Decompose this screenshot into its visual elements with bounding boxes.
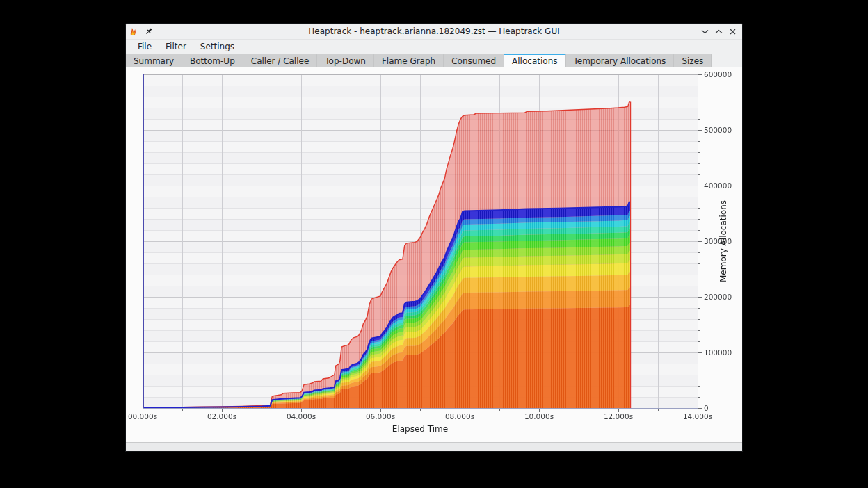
x-axis-title: Elapsed Time — [392, 424, 448, 434]
tab-summary[interactable]: Summary — [126, 54, 182, 67]
tab-allocations[interactable]: Allocations — [504, 54, 565, 67]
chevron-up-icon — [715, 29, 723, 34]
tab-label: Temporary Allocations — [574, 56, 666, 66]
x-tick-label: 02.000s — [207, 412, 236, 421]
tab-label: Top-Down — [325, 56, 366, 66]
y-tick-label: 100000 — [704, 348, 732, 357]
tab-bottom-up[interactable]: Bottom-Up — [182, 54, 243, 67]
window-controls — [700, 26, 742, 36]
menu-item-filter[interactable]: Filter — [159, 40, 193, 53]
y-axis-title: Memory Allocations — [718, 200, 728, 282]
menu-item-settings[interactable]: Settings — [194, 40, 241, 53]
status-strip — [126, 442, 742, 451]
x-tick-label: 10.000s — [524, 412, 554, 421]
tab-group: SummaryBottom-UpCaller / CalleeTop-DownF… — [126, 54, 712, 67]
y-tick-label: 400000 — [704, 181, 732, 190]
x-tick-label: 12.000s — [604, 412, 633, 421]
tab-label: Allocations — [512, 56, 557, 66]
heaptrack-app-icon — [129, 27, 138, 36]
allocations-chart-pane: 00.000s02.000s04.000s06.000s08.000s10.00… — [126, 67, 742, 442]
x-tick-label: 00.000s — [128, 412, 157, 421]
menu-item-file[interactable]: File — [131, 40, 158, 53]
heaptrack-window: Heaptrack - heaptrack.arianna.182049.zst… — [125, 23, 743, 452]
x-tick-label: 14.000s — [683, 412, 712, 421]
minimize-button[interactable] — [700, 26, 709, 36]
pin-icon[interactable] — [145, 27, 153, 35]
desktop-background: Heaptrack - heaptrack.arianna.182049.zst… — [0, 0, 868, 488]
y-tick-label: 500000 — [704, 126, 732, 134]
x-tick-label: 06.000s — [366, 412, 395, 421]
y-tick-label: 0 — [704, 404, 709, 412]
maximize-button[interactable] — [714, 26, 723, 36]
window-title: Heaptrack - heaptrack.arianna.182049.zst… — [126, 26, 742, 36]
tab-top-down[interactable]: Top-Down — [317, 54, 374, 67]
tab-label: Bottom-Up — [190, 56, 235, 66]
tab-label: Caller / Callee — [251, 56, 310, 66]
tabbar: SummaryBottom-UpCaller / CalleeTop-DownF… — [126, 54, 742, 67]
x-tick-label: 08.000s — [445, 412, 474, 421]
tab-label: Flame Graph — [382, 56, 435, 66]
tab-label: Sizes — [682, 56, 703, 66]
tab-label: Consumed — [451, 56, 496, 66]
tab-temporary-allocations[interactable]: Temporary Allocations — [566, 54, 675, 67]
tab-caller-callee[interactable]: Caller / Callee — [243, 54, 318, 67]
y-tick-label: 600000 — [704, 70, 732, 79]
x-tick-label: 04.000s — [287, 412, 316, 421]
close-button[interactable] — [728, 26, 737, 36]
close-icon — [730, 29, 736, 35]
tab-label: Summary — [134, 56, 174, 66]
allocations-chart-canvas[interactable] — [126, 67, 742, 442]
chevron-down-icon — [701, 29, 709, 34]
y-tick-label: 200000 — [704, 293, 732, 301]
titlebar[interactable]: Heaptrack - heaptrack.arianna.182049.zst… — [126, 24, 742, 40]
tab-flame-graph[interactable]: Flame Graph — [374, 54, 444, 67]
menubar: FileFilterSettings — [126, 40, 742, 54]
tab-sizes[interactable]: Sizes — [674, 54, 712, 67]
tab-consumed[interactable]: Consumed — [444, 54, 504, 67]
